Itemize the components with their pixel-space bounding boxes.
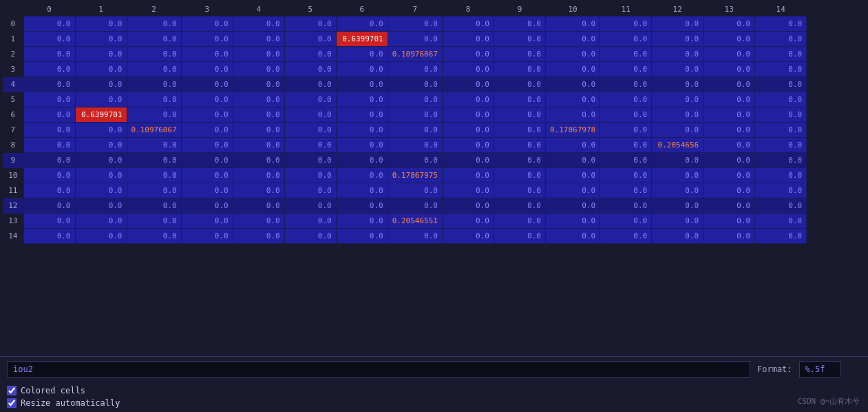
cell-13-8[interactable]: 0.0 <box>442 214 494 229</box>
cell-8-8[interactable]: 0.0 <box>442 138 494 153</box>
cell-14-5[interactable]: 0.0 <box>284 229 336 244</box>
cell-11-2[interactable]: 0.0 <box>127 183 181 198</box>
cell-10-6[interactable]: 0.0 <box>336 168 388 183</box>
cell-2-1[interactable]: 0.0 <box>75 47 127 62</box>
cell-9-4[interactable]: 0.0 <box>233 153 284 168</box>
cell-14-11[interactable]: 0.0 <box>600 229 652 244</box>
cell-5-11[interactable]: 0.0 <box>600 92 652 107</box>
cell-13-5[interactable]: 0.0 <box>284 214 336 229</box>
cell-5-2[interactable]: 0.0 <box>127 92 181 107</box>
cell-8-13[interactable]: 0.0 <box>703 138 755 153</box>
cell-12-8[interactable]: 0.0 <box>442 198 494 214</box>
cell-3-4[interactable]: 0.0 <box>233 62 284 77</box>
cell-6-0[interactable]: 0.0 <box>23 107 75 123</box>
cell-13-10[interactable]: 0.0 <box>545 214 600 229</box>
cell-11-11[interactable]: 0.0 <box>600 183 652 198</box>
cell-1-5[interactable]: 0.0 <box>284 32 336 47</box>
cell-0-10[interactable]: 0.0 <box>545 17 600 32</box>
cell-13-14[interactable]: 0.0 <box>755 214 807 229</box>
cell-1-1[interactable]: 0.0 <box>75 32 127 47</box>
cell-4-9[interactable]: 0.0 <box>494 77 545 92</box>
cell-5-8[interactable]: 0.0 <box>442 92 494 107</box>
cell-11-3[interactable]: 0.0 <box>181 183 233 198</box>
cell-3-5[interactable]: 0.0 <box>284 62 336 77</box>
cell-7-6[interactable]: 0.0 <box>336 123 388 138</box>
cell-4-2[interactable]: 0.0 <box>127 77 181 92</box>
cell-12-0[interactable]: 0.0 <box>23 198 75 214</box>
cell-14-12[interactable]: 0.0 <box>652 229 703 244</box>
cell-14-1[interactable]: 0.0 <box>75 229 127 244</box>
cell-5-9[interactable]: 0.0 <box>494 92 545 107</box>
cell-3-11[interactable]: 0.0 <box>600 62 652 77</box>
cell-11-6[interactable]: 0.0 <box>336 183 388 198</box>
cell-4-11[interactable]: 0.0 <box>600 77 652 92</box>
cell-2-3[interactable]: 0.0 <box>181 47 233 62</box>
cell-4-8[interactable]: 0.0 <box>442 77 494 92</box>
cell-12-3[interactable]: 0.0 <box>181 198 233 214</box>
cell-8-10[interactable]: 0.0 <box>545 138 600 153</box>
cell-5-10[interactable]: 0.0 <box>545 92 600 107</box>
cell-5-7[interactable]: 0.0 <box>388 92 442 107</box>
cell-2-9[interactable]: 0.0 <box>494 47 545 62</box>
cell-14-9[interactable]: 0.0 <box>494 229 545 244</box>
cell-8-4[interactable]: 0.0 <box>233 138 284 153</box>
cell-6-14[interactable]: 0.0 <box>755 107 807 123</box>
cell-5-4[interactable]: 0.0 <box>233 92 284 107</box>
cell-11-1[interactable]: 0.0 <box>75 183 127 198</box>
cell-12-13[interactable]: 0.0 <box>703 198 755 214</box>
cell-7-3[interactable]: 0.0 <box>181 123 233 138</box>
variable-input[interactable] <box>7 361 750 378</box>
cell-4-3[interactable]: 0.0 <box>181 77 233 92</box>
cell-13-7[interactable]: 0.20546551 <box>388 214 442 229</box>
cell-5-6[interactable]: 0.0 <box>336 92 388 107</box>
cell-12-6[interactable]: 0.0 <box>336 198 388 214</box>
cell-11-4[interactable]: 0.0 <box>233 183 284 198</box>
cell-6-8[interactable]: 0.0 <box>442 107 494 123</box>
cell-0-6[interactable]: 0.0 <box>336 17 388 32</box>
cell-7-7[interactable]: 0.0 <box>388 123 442 138</box>
cell-0-11[interactable]: 0.0 <box>600 17 652 32</box>
cell-2-5[interactable]: 0.0 <box>284 47 336 62</box>
cell-10-4[interactable]: 0.0 <box>233 168 284 183</box>
cell-4-10[interactable]: 0.0 <box>545 77 600 92</box>
cell-9-1[interactable]: 0.0 <box>75 153 127 168</box>
cell-10-13[interactable]: 0.0 <box>703 168 755 183</box>
cell-5-3[interactable]: 0.0 <box>181 92 233 107</box>
cell-8-2[interactable]: 0.0 <box>127 138 181 153</box>
cell-10-2[interactable]: 0.0 <box>127 168 181 183</box>
cell-2-8[interactable]: 0.0 <box>442 47 494 62</box>
cell-8-7[interactable]: 0.0 <box>388 138 442 153</box>
cell-8-0[interactable]: 0.0 <box>23 138 75 153</box>
cell-11-0[interactable]: 0.0 <box>23 183 75 198</box>
cell-2-11[interactable]: 0.0 <box>600 47 652 62</box>
cell-13-2[interactable]: 0.0 <box>127 214 181 229</box>
cell-4-1[interactable]: 0.0 <box>75 77 127 92</box>
cell-10-1[interactable]: 0.0 <box>75 168 127 183</box>
cell-13-3[interactable]: 0.0 <box>181 214 233 229</box>
cell-14-3[interactable]: 0.0 <box>181 229 233 244</box>
cell-13-13[interactable]: 0.0 <box>703 214 755 229</box>
colored-cells-label[interactable]: Colored cells <box>21 386 85 395</box>
colored-cells-checkbox[interactable] <box>7 386 17 395</box>
cell-1-7[interactable]: 0.0 <box>388 32 442 47</box>
cell-7-4[interactable]: 0.0 <box>233 123 284 138</box>
cell-6-12[interactable]: 0.0 <box>652 107 703 123</box>
cell-13-12[interactable]: 0.0 <box>652 214 703 229</box>
cell-0-13[interactable]: 0.0 <box>703 17 755 32</box>
cell-9-12[interactable]: 0.0 <box>652 153 703 168</box>
cell-9-8[interactable]: 0.0 <box>442 153 494 168</box>
cell-7-12[interactable]: 0.0 <box>652 123 703 138</box>
cell-6-2[interactable]: 0.0 <box>127 107 181 123</box>
cell-10-14[interactable]: 0.0 <box>755 168 807 183</box>
cell-5-0[interactable]: 0.0 <box>23 92 75 107</box>
cell-10-11[interactable]: 0.0 <box>600 168 652 183</box>
cell-2-12[interactable]: 0.0 <box>652 47 703 62</box>
cell-10-5[interactable]: 0.0 <box>284 168 336 183</box>
cell-12-10[interactable]: 0.0 <box>545 198 600 214</box>
cell-0-1[interactable]: 0.0 <box>75 17 127 32</box>
cell-1-0[interactable]: 0.0 <box>23 32 75 47</box>
cell-0-3[interactable]: 0.0 <box>181 17 233 32</box>
cell-8-5[interactable]: 0.0 <box>284 138 336 153</box>
cell-14-0[interactable]: 0.0 <box>23 229 75 244</box>
cell-10-7[interactable]: 0.17867975 <box>388 168 442 183</box>
